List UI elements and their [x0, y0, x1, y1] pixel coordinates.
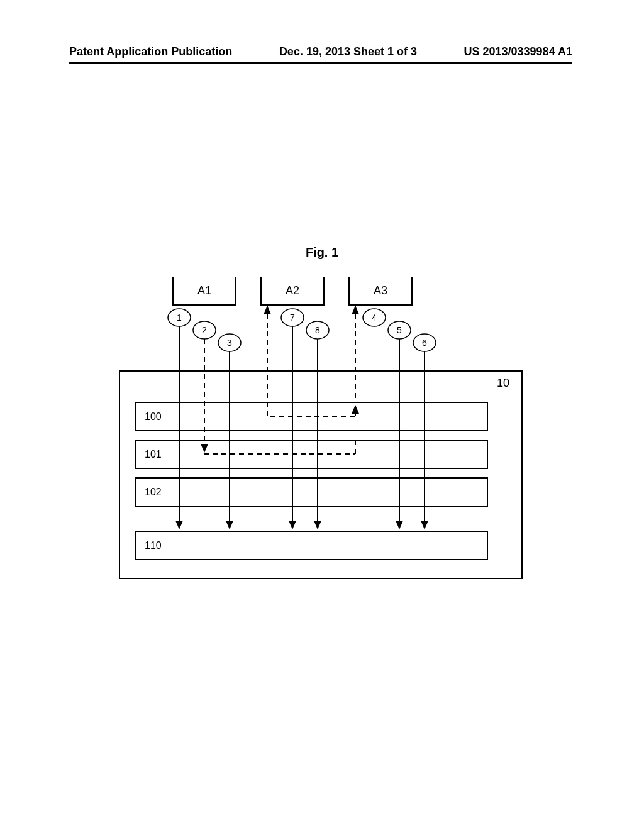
oval-7: 7 — [290, 313, 295, 323]
box-a2: A2 — [286, 284, 299, 297]
svg-rect-15 — [135, 531, 487, 560]
oval-1: 1 — [177, 313, 182, 323]
header-divider — [69, 62, 572, 64]
figure-title: Fig. 1 — [0, 245, 644, 260]
oval-8: 8 — [315, 325, 320, 335]
oval-5: 5 — [397, 325, 402, 335]
header-left: Patent Application Publication — [69, 45, 232, 58]
container-label: 10 — [497, 377, 509, 389]
row-102: 102 — [145, 487, 162, 497]
row-110: 110 — [145, 540, 162, 551]
svg-rect-14 — [135, 478, 487, 506]
header-center: Dec. 19, 2013 Sheet 1 of 3 — [279, 45, 417, 58]
row-100: 100 — [145, 411, 162, 422]
box-a1: A1 — [197, 284, 211, 297]
oval-2: 2 — [202, 325, 207, 335]
svg-rect-12 — [135, 402, 487, 431]
oval-3: 3 — [227, 338, 232, 348]
oval-6: 6 — [422, 338, 427, 348]
row-101: 101 — [145, 449, 162, 460]
oval-4: 4 — [372, 313, 377, 323]
figure-diagram: A1 A2 A3 1 2 3 7 8 4 5 6 — [107, 277, 535, 591]
header-right: US 2013/0339984 A1 — [464, 45, 572, 58]
box-a3: A3 — [374, 284, 387, 297]
